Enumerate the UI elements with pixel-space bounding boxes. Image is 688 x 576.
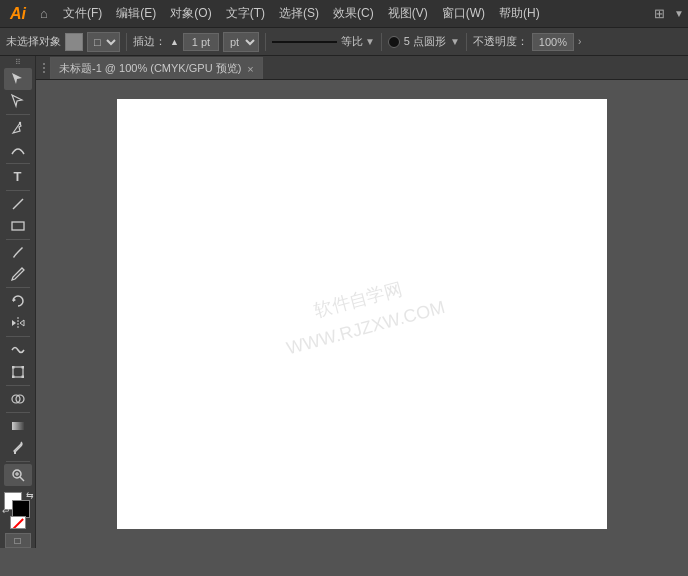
title-bar-right: ⊞ ▼: [648, 3, 684, 25]
menu-object[interactable]: 对象(O): [163, 3, 218, 24]
tool-sep-8: [6, 412, 30, 413]
interpolation-unit-select[interactable]: pt: [223, 32, 259, 52]
document-tab[interactable]: 未标题-1 @ 100% (CMYK/GPU 预览) ×: [50, 57, 263, 79]
control-bar: 未选择对象 □ 插边： ▲ pt 等比 ▼ 5 点圆形 ▼ 不透明度： ›: [0, 28, 688, 56]
title-bar: Ai ⌂ 文件(F) 编辑(E) 对象(O) 文字(T) 选择(S) 效果(C)…: [0, 0, 688, 28]
point-color-indicator: [388, 36, 400, 48]
svg-rect-2: [12, 222, 24, 230]
zoom-tool-btn[interactable]: [4, 464, 32, 486]
interpolation-label: 插边：: [133, 34, 166, 49]
separator-4: [466, 33, 467, 51]
interpolation-input[interactable]: [183, 33, 219, 51]
svg-line-1: [13, 199, 23, 209]
tool-sep-1: [6, 114, 30, 115]
menu-view[interactable]: 视图(V): [381, 3, 435, 24]
tab-bar: 未标题-1 @ 100% (CMYK/GPU 预览) ×: [36, 56, 688, 80]
svg-rect-9: [21, 376, 24, 379]
point-dropdown-arrow[interactable]: ▼: [450, 36, 460, 47]
left-toolbar: ⠿ T: [0, 56, 36, 548]
opacity-more-arrow[interactable]: ›: [578, 36, 581, 47]
canvas-area: 未标题-1 @ 100% (CMYK/GPU 预览) × 软件自学网 WWW.R…: [36, 56, 688, 548]
svg-rect-8: [12, 376, 15, 379]
menu-window[interactable]: 窗口(W): [435, 3, 492, 24]
toolbar-drag-handle[interactable]: ⠿: [6, 58, 30, 66]
tool-sep-5: [6, 287, 30, 288]
stroke-type-select[interactable]: □: [87, 32, 120, 52]
svg-rect-12: [12, 422, 24, 430]
canvas-container[interactable]: 软件自学网 WWW.RJZXW.COM: [36, 80, 688, 548]
stroke-select-container[interactable]: □: [87, 32, 120, 52]
color-swatch-container: ⇆ ↩: [2, 490, 34, 517]
grid-icon-btn[interactable]: ⊞: [648, 3, 670, 25]
menu-effect[interactable]: 效果(C): [326, 3, 381, 24]
swap-colors-btn[interactable]: ⇆: [26, 490, 34, 500]
none-color-swatch[interactable]: [10, 516, 26, 529]
main-area: ⠿ T: [0, 56, 688, 548]
opacity-label: 不透明度：: [473, 34, 528, 49]
watermark: 软件自学网 WWW.RJZXW.COM: [276, 265, 448, 363]
shape-tool-btn[interactable]: [4, 215, 32, 237]
pen-tool-btn[interactable]: [4, 117, 32, 139]
dropdown-arrow[interactable]: ▼: [674, 8, 684, 19]
separator-2: [265, 33, 266, 51]
curvature-tool-btn[interactable]: [4, 139, 32, 161]
svg-point-0: [18, 122, 20, 124]
tab-close-btn[interactable]: ×: [247, 63, 253, 75]
separator-1: [126, 33, 127, 51]
screen-mode-btn[interactable]: □: [5, 533, 31, 548]
direct-selection-tool-btn[interactable]: [4, 90, 32, 112]
tool-sep-7: [6, 385, 30, 386]
tool-sep-6: [6, 336, 30, 337]
tool-sep-3: [6, 190, 30, 191]
tool-sep-9: [6, 461, 30, 462]
stroke-color-swatch[interactable]: [12, 500, 30, 518]
warp-tool-btn[interactable]: [4, 339, 32, 361]
tool-sep-4: [6, 239, 30, 240]
menu-text[interactable]: 文字(T): [219, 3, 272, 24]
eyedropper-tool-btn[interactable]: [4, 437, 32, 459]
free-transform-tool-btn[interactable]: [4, 361, 32, 383]
default-colors-btn[interactable]: ↩: [2, 506, 10, 516]
rotate-tool-btn[interactable]: [4, 290, 32, 312]
svg-marker-3: [13, 298, 16, 302]
stroke-ratio-container[interactable]: 等比 ▼: [341, 34, 375, 49]
reflect-tool-btn[interactable]: [4, 312, 32, 334]
svg-rect-7: [21, 366, 24, 369]
canvas-document: 软件自学网 WWW.RJZXW.COM: [117, 99, 607, 529]
menu-edit[interactable]: 编辑(E): [109, 3, 163, 24]
opacity-input[interactable]: [532, 33, 574, 51]
selection-tool-btn[interactable]: [4, 68, 32, 90]
stroke-preview: [272, 41, 337, 43]
point-label: 5 点圆形: [404, 34, 446, 49]
menu-select[interactable]: 选择(S): [272, 3, 326, 24]
svg-line-15: [20, 477, 24, 481]
menu-bar: 文件(F) 编辑(E) 对象(O) 文字(T) 选择(S) 效果(C) 视图(V…: [56, 3, 648, 24]
line-tool-btn[interactable]: [4, 193, 32, 215]
svg-rect-13: [14, 451, 16, 454]
paintbrush-tool-btn[interactable]: [4, 241, 32, 263]
stroke-ratio-label: 等比: [341, 34, 363, 49]
interp-dropdown[interactable]: pt: [223, 32, 259, 52]
fill-color-box[interactable]: [65, 33, 83, 51]
no-selection-label: 未选择对象: [6, 34, 61, 49]
tool-sep-2: [6, 163, 30, 164]
tab-title: 未标题-1 @ 100% (CMYK/GPU 预览): [59, 61, 241, 76]
pencil-tool-btn[interactable]: [4, 263, 32, 285]
svg-rect-6: [12, 366, 15, 369]
interpolation-up-arrow[interactable]: ▲: [170, 37, 179, 47]
watermark-line1: 软件自学网: [276, 265, 441, 335]
menu-help[interactable]: 帮助(H): [492, 3, 547, 24]
menu-file[interactable]: 文件(F): [56, 3, 109, 24]
shape-builder-tool-btn[interactable]: [4, 388, 32, 410]
tab-drag-handle[interactable]: [40, 57, 48, 79]
gradient-tool-btn[interactable]: [4, 415, 32, 437]
watermark-line2: WWW.RJZXW.COM: [283, 293, 448, 363]
separator-3: [381, 33, 382, 51]
ai-logo: Ai: [4, 0, 32, 27]
type-tool-btn[interactable]: T: [4, 166, 32, 188]
home-icon-btn[interactable]: ⌂: [32, 2, 56, 26]
